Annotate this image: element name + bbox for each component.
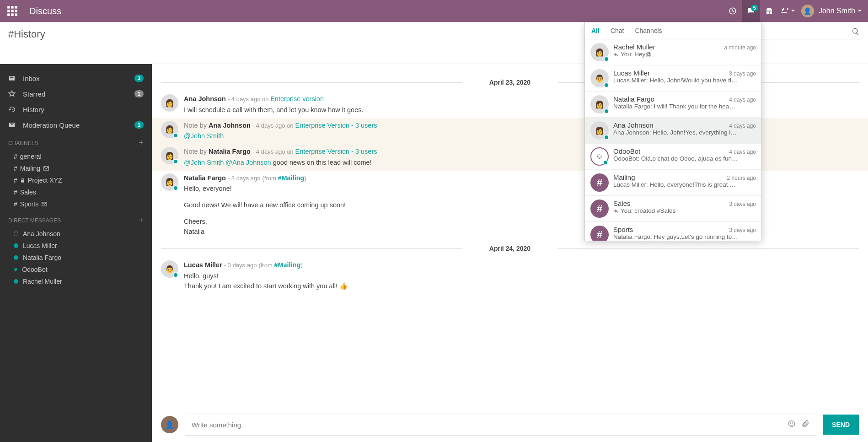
message-time: - 4 days ago on [228,96,270,102]
message-author: Ana Johnson [209,122,251,129]
dropdown-item[interactable]: # Mailing2 hours ago Lucas Miller: Hello… [585,170,761,196]
add-dm-button[interactable]: + [139,216,144,225]
svg-rect-7 [11,13,13,16]
dropdown-tab-all[interactable]: All [591,27,600,34]
envelope-icon [8,121,17,129]
breadcrumb: #History [8,28,45,40]
reply-icon [613,208,619,214]
svg-rect-8 [15,13,17,16]
dropdown-item[interactable]: # Sports3 days ago Natalia Fargo: Hey gu… [585,222,761,241]
dropdown-item[interactable]: 👩 Natalia Fargo4 days ago Natalia Fargo:… [585,92,761,118]
user-menu[interactable]: 👤 John Smith [801,5,862,17]
svg-rect-2 [15,6,17,8]
channel-general[interactable]: #general [0,151,152,162]
emoji-icon[interactable] [788,420,796,430]
mention[interactable]: @John Smith [184,132,224,140]
dd-avatar: 👩 [590,121,609,140]
dd-avatar: 👩 [590,95,609,113]
composer: 👤 SEND [152,407,868,442]
messages-dropdown: All Chat Channels 👩 Rachel Mullera minut… [584,22,762,241]
svg-rect-0 [7,6,10,8]
dm-lucas[interactable]: Lucas Miller [0,240,152,252]
activity-icon[interactable] [723,0,742,22]
dropdown-item[interactable]: # Sales3 days ago You: created #Sales [585,196,761,222]
sidebar: Inbox 3 Starred 1 History Moderation Que… [0,64,152,442]
message-avatar[interactable]: 👩 [161,121,178,138]
presence-dot-icon [173,272,178,278]
svg-rect-3 [7,10,10,12]
dropdown-item[interactable]: 👨 Lucas Miller3 days ago Lucas Miller: H… [585,65,761,92]
channel-sales[interactable]: #Sales [0,186,152,198]
dropdown-item[interactable]: 👩 Ana Johnson4 days ago Ana Johnson: Hel… [585,118,761,144]
record-link[interactable]: Enterprise version [270,95,324,102]
apps-icon[interactable] [6,5,18,17]
dropdown-tab-channels[interactable]: Channels [635,27,662,34]
svg-point-13 [793,423,793,424]
mention[interactable]: @John Smith [184,159,224,166]
message-author: Ana Johnson [184,95,226,102]
mention[interactable]: @Ana Johnson [225,159,271,166]
presence-offline-icon [14,232,18,236]
moderation-badge: 1 [134,121,144,129]
inbox-badge: 3 [134,75,144,82]
mail-icon [41,201,48,207]
channel-link[interactable]: #Mailing [274,261,300,269]
dd-avatar-channel: # [590,173,609,192]
global-search-icon[interactable] [852,27,860,38]
message-author: Natalia Fargo [184,174,226,182]
sidebar-inbox[interactable]: Inbox 3 [0,70,152,86]
messages-badge: 5 [751,5,758,11]
composer-avatar: 👤 [161,416,178,433]
dropdown-list[interactable]: 👩 Rachel Mullera minute ago You: Hey@ 👨 … [585,39,761,241]
dd-avatar-channel: # [590,226,609,241]
sidebar-history[interactable]: History [0,102,152,117]
send-button[interactable]: SEND [823,415,859,435]
user-name: John Smith [819,7,855,15]
presence-online-icon [14,243,18,248]
channel-mailing[interactable]: #Mailing [0,162,152,174]
composer-input[interactable] [192,421,782,429]
message-avatar[interactable]: 👩 [161,94,178,112]
reply-icon [613,52,619,57]
record-link[interactable]: Enterprise Version - 3 users [295,148,377,155]
gift-icon[interactable] [760,0,778,22]
presence-dot-icon [173,159,178,164]
attach-icon[interactable] [801,420,809,430]
messages-icon[interactable]: 5 [742,0,760,22]
sidebar-moderation[interactable]: Moderation Queue 1 [0,117,152,133]
mail-icon [43,165,49,172]
dm-rachel[interactable]: Rachel Muller [0,275,152,287]
message-avatar[interactable]: 👨 [161,260,178,278]
presence-online-icon [14,279,18,284]
channel-sports[interactable]: #Sports [0,198,152,210]
history-icon [8,106,17,113]
dd-avatar: 👩 [590,43,609,61]
sidebar-starred[interactable]: Starred 1 [0,86,152,102]
message-avatar[interactable]: 👩 [161,173,178,191]
tools-icon[interactable] [778,0,797,22]
starred-badge: 1 [134,90,144,97]
dropdown-item[interactable]: 👩 Rachel Mullera minute ago You: Hey@ [585,39,761,65]
message-author: Natalia Fargo [209,148,251,155]
svg-rect-4 [11,10,13,12]
channel-link[interactable]: #Mailing [278,174,304,182]
presence-dot-icon [173,185,178,191]
dm-natalia[interactable]: Natalia Fargo [0,252,152,264]
svg-rect-1 [11,6,13,8]
star-icon [8,90,17,97]
message-avatar[interactable]: 👩 [161,147,178,164]
channel-project[interactable]: # Project XYZ [0,174,152,186]
dropdown-item[interactable]: ☺ OdooBot4 days ago OdooBot: Olá,o chat … [585,144,761,170]
message: 👨 Lucas Miller - 3 days ago (from #Maili… [152,258,868,294]
lock-icon [20,178,25,183]
dm-ana[interactable]: Ana Johnson [0,228,152,240]
dm-header: DIRECT MESSAGES + [0,210,152,228]
dm-odoobot[interactable]: ♥OdooBot [0,264,152,275]
dd-avatar-channel: # [590,199,609,218]
record-link[interactable]: Enterprise Version - 3 users [295,122,377,129]
svg-rect-5 [15,10,17,12]
svg-point-11 [788,420,795,427]
presence-online-icon [14,255,18,260]
add-channel-button[interactable]: + [139,138,144,148]
dropdown-tab-chat[interactable]: Chat [611,27,624,34]
